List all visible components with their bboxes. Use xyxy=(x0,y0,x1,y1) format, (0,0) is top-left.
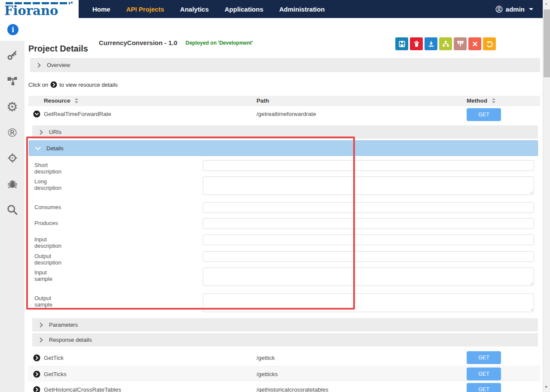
resource-name: GetTicks xyxy=(44,371,67,377)
page-title: Project Details xyxy=(28,44,88,54)
details-label: Details xyxy=(46,145,64,152)
input-sample-textarea[interactable] xyxy=(203,267,534,286)
resource-header-label: Resource xyxy=(44,97,70,104)
undo-icon xyxy=(486,40,493,48)
deployment-status: Deployed on 'Development' xyxy=(186,40,253,46)
download-icon xyxy=(428,40,435,48)
scroll-down-icon[interactable]: ▼ xyxy=(544,385,548,389)
logo-trademark-dot xyxy=(71,2,73,3)
consumes-input[interactable] xyxy=(203,202,534,213)
deploy-tree-button[interactable] xyxy=(454,37,467,50)
hint-suffix: to view resource details xyxy=(59,82,118,88)
input-sample-label: Input sample xyxy=(34,269,52,282)
nav-item-home[interactable]: Home xyxy=(92,6,110,13)
table-row: GetHistoricalCrossRateTables /gethistori… xyxy=(28,382,540,392)
output-description-label: Output description xyxy=(34,253,61,266)
expand-row-icon[interactable] xyxy=(33,354,40,362)
sidebar-item-flow[interactable] xyxy=(0,68,24,94)
vertical-scrollbar[interactable]: ▲ ▼ xyxy=(543,0,550,392)
user-name: admin xyxy=(506,6,525,13)
action-toolbar xyxy=(395,37,496,50)
long-description-label: Long description xyxy=(34,178,61,191)
save-button[interactable] xyxy=(395,37,408,50)
response-details-section-header[interactable]: Response details xyxy=(32,333,538,346)
method-get-button[interactable]: GET xyxy=(467,383,501,392)
nav-item-applications[interactable]: Applications xyxy=(225,6,263,13)
overview-label: Overview xyxy=(47,62,70,68)
short-description-input[interactable] xyxy=(203,160,534,171)
column-header-resource[interactable]: Resource xyxy=(44,97,79,104)
sort-icon xyxy=(492,98,496,103)
nav-item-api-projects[interactable]: API Projects xyxy=(126,6,164,13)
user-menu[interactable]: admin xyxy=(495,6,543,13)
deploy-tree-icon xyxy=(457,40,464,47)
input-description-input[interactable] xyxy=(203,234,534,245)
left-sidebar: ⚙ ® xyxy=(0,41,24,392)
top-navbar: Fiorano Home API Projects Analytics Appl… xyxy=(0,0,543,18)
trash-icon xyxy=(413,40,420,48)
method-get-button[interactable]: GET xyxy=(467,108,501,121)
resource-path: /getticks xyxy=(257,371,278,377)
sidebar-item-debug[interactable] xyxy=(0,171,24,197)
sitemap-icon xyxy=(442,40,449,47)
bug-icon xyxy=(7,178,18,189)
input-description-label: Input description xyxy=(34,236,61,249)
overview-section-header[interactable]: Overview xyxy=(30,58,540,72)
close-icon xyxy=(471,40,479,48)
nav-item-administration[interactable]: Administration xyxy=(279,6,325,13)
info-icon[interactable]: i xyxy=(7,24,18,35)
undo-button[interactable] xyxy=(483,37,496,50)
user-icon xyxy=(495,6,503,13)
output-sample-textarea[interactable] xyxy=(203,293,534,312)
chevron-right-icon xyxy=(38,130,43,134)
resource-name: GetTick xyxy=(44,355,64,361)
scrollbar-thumb[interactable] xyxy=(544,9,550,77)
chevron-down-icon xyxy=(35,145,41,150)
long-description-textarea[interactable] xyxy=(203,176,534,195)
parameters-section-header[interactable]: Parameters xyxy=(32,318,538,331)
produces-input[interactable] xyxy=(203,218,534,229)
delete-button[interactable] xyxy=(410,37,423,50)
method-get-button[interactable]: GET xyxy=(467,368,501,380)
method-header-label: Method xyxy=(467,97,487,104)
output-description-input[interactable] xyxy=(203,251,534,262)
resource-name: GetHistoricalCrossRateTables xyxy=(44,386,121,392)
fiorano-logo[interactable]: Fiorano xyxy=(0,0,79,18)
table-row: GetRealTimeForwardRate /getrealtimeforwa… xyxy=(28,106,540,122)
project-title: CurrencyConversion - 1.0 xyxy=(99,39,177,46)
logo-text: Fiorano xyxy=(4,4,79,17)
close-button[interactable] xyxy=(468,37,481,50)
project-header: CurrencyConversion - 1.0 Deployed on 'De… xyxy=(0,18,543,41)
chevron-right-icon xyxy=(36,63,40,67)
scroll-up-icon[interactable]: ▲ xyxy=(544,2,548,6)
uris-section-header[interactable]: URIs xyxy=(32,125,538,139)
response-details-label: Response details xyxy=(49,337,92,343)
sidebar-item-target[interactable] xyxy=(0,145,24,171)
short-description-label: Short description xyxy=(34,162,61,175)
sidebar-item-keys[interactable] xyxy=(0,42,24,68)
column-header-method[interactable]: Method xyxy=(467,97,496,104)
method-get-button[interactable]: GET xyxy=(467,351,501,364)
nav-item-analytics[interactable]: Analytics xyxy=(180,6,209,13)
expand-arrow-icon xyxy=(50,81,57,88)
expand-row-icon[interactable] xyxy=(33,386,40,392)
chevron-right-icon xyxy=(38,322,43,327)
sidebar-item-search[interactable] xyxy=(0,197,24,222)
sitemap-button[interactable] xyxy=(439,37,452,50)
sidebar-item-settings[interactable]: ⚙ xyxy=(0,94,24,119)
column-header-path: Path xyxy=(257,97,269,104)
sidebar-item-registered[interactable]: ® xyxy=(0,119,24,145)
target-icon xyxy=(7,152,18,164)
resource-name: GetRealTimeForwardRate xyxy=(44,111,111,117)
expand-row-icon[interactable] xyxy=(33,371,40,378)
details-section-header[interactable]: Details xyxy=(29,140,538,156)
collapse-row-icon[interactable] xyxy=(33,110,40,118)
hint-prefix: Click on xyxy=(28,82,48,88)
produces-label: Produces xyxy=(34,220,58,226)
registered-icon: ® xyxy=(6,126,18,139)
resource-table-header: Resource Path Method xyxy=(28,96,540,106)
nav-menu: Home API Projects Analytics Applications… xyxy=(92,6,325,13)
flow-icon xyxy=(7,76,18,86)
gear-icon: ⚙ xyxy=(6,99,18,114)
download-button[interactable] xyxy=(425,37,437,50)
